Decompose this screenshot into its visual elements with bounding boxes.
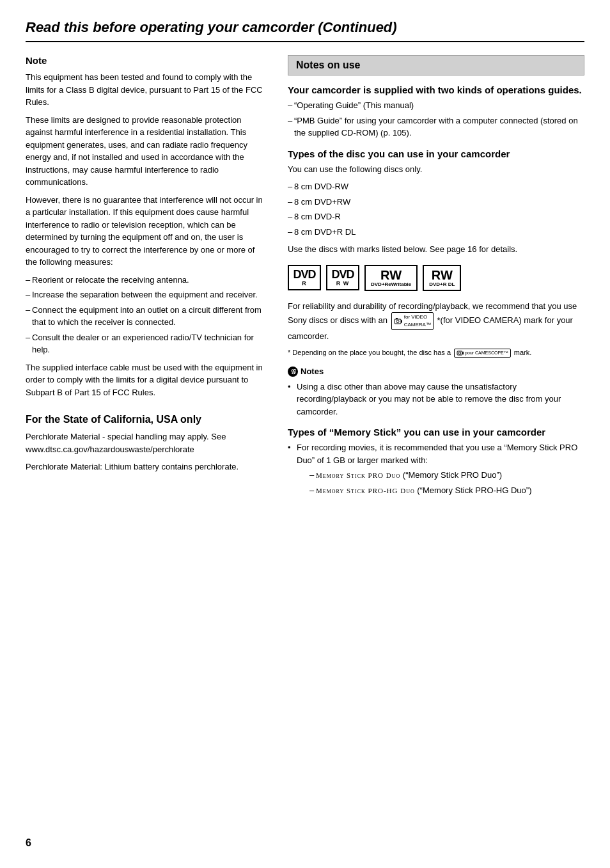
notes-box: 𝒢 Notes Using a disc other than above ma… bbox=[288, 367, 584, 418]
disc-list: 8 cm DVD-RW 8 cm DVD+RW 8 cm DVD-R 8 cm … bbox=[288, 180, 584, 238]
notes-on-use-box: Notes on use bbox=[288, 55, 584, 75]
memory-stick-items: Memory Stick PRO Duo (“Memory Stick PRO … bbox=[297, 469, 584, 496]
camcorder-guides-title: Your camcorder is supplied with two kind… bbox=[288, 84, 584, 95]
page-title: Read this before operating your camcorde… bbox=[26, 19, 584, 42]
two-column-layout: Note This equipment has been tested and … bbox=[26, 55, 584, 501]
note-para-3: However, there is no guarantee that inte… bbox=[26, 194, 269, 269]
dvd-plus-rw-logo: RW DVD+ReWritable bbox=[364, 265, 418, 291]
camera-icon-2 bbox=[457, 350, 464, 356]
disc-types-intro: You can use the following discs only. bbox=[288, 163, 584, 176]
note-para-2: These limits are designed to provide rea… bbox=[26, 114, 269, 189]
camera-icon bbox=[394, 318, 403, 325]
disc-notes-list: Using a disc other than above may cause … bbox=[288, 381, 584, 418]
camcorder-guides-list: “Operating Guide” (This manual) “PMB Gui… bbox=[288, 99, 584, 139]
note-section: Note This equipment has been tested and … bbox=[26, 55, 269, 398]
list-item: Using a disc other than above may cause … bbox=[288, 381, 584, 418]
note-bullets: Reorient or relocate the receiving anten… bbox=[26, 274, 269, 356]
svg-point-1 bbox=[396, 320, 399, 322]
dvd-plus-r-dl-logo: RW DVD+R DL bbox=[423, 265, 461, 291]
note-para-1: This equipment has been tested and found… bbox=[26, 71, 269, 109]
reliability-text: For reliability and durability of record… bbox=[288, 300, 584, 343]
note-title: Note bbox=[26, 55, 269, 66]
california-para-2: Perchlorate Material: Lithium battery co… bbox=[26, 461, 269, 473]
list-item: “Operating Guide” (This manual) bbox=[288, 99, 584, 112]
notes-header: 𝒢 Notes bbox=[288, 367, 584, 377]
svg-rect-3 bbox=[396, 318, 398, 319]
list-item: Connect the equipment into an outlet on … bbox=[26, 304, 269, 329]
list-item: 8 cm DVD+RW bbox=[288, 196, 584, 209]
asterisk-note: * Depending on the place you bought, the… bbox=[288, 348, 584, 358]
page: Read this before operating your camcorde… bbox=[0, 0, 610, 868]
list-item: Memory Stick PRO Duo (“Memory Stick PRO … bbox=[309, 469, 584, 482]
list-item: 8 cm DVD-R bbox=[288, 210, 584, 223]
california-section: For the State of California, USA only Pe… bbox=[26, 414, 269, 473]
dvd-rw-logo: DVD R W bbox=[326, 265, 359, 290]
dvd-logos: DVD R DVD R W RW DVD+ReWritable RW DVD+R… bbox=[288, 265, 584, 291]
list-item: Memory Stick PRO-HG Duo (“Memory Stick P… bbox=[309, 484, 584, 497]
page-number: 6 bbox=[26, 837, 31, 849]
notes-icon: 𝒢 bbox=[288, 367, 298, 377]
right-column: Notes on use Your camcorder is supplied … bbox=[288, 55, 584, 501]
memory-stick-label-1: Memory Stick PRO Duo bbox=[316, 471, 400, 479]
california-para-1: Perchlorate Material - special handling … bbox=[26, 430, 269, 455]
list-item: Increase the separation between the equi… bbox=[26, 288, 269, 301]
memory-stick-intro: For recording movies, it is recommended … bbox=[288, 441, 584, 496]
left-column: Note This equipment has been tested and … bbox=[26, 55, 269, 478]
list-item: “PMB Guide” for using your camcorder wit… bbox=[288, 114, 584, 139]
california-title: For the State of California, USA only bbox=[26, 414, 269, 425]
svg-point-5 bbox=[458, 352, 461, 354]
dvd-r-logo: DVD R bbox=[288, 265, 321, 290]
note-closing: The supplied interface cable must be use… bbox=[26, 361, 269, 399]
camera-mark-inline-2: pour CAMESCOPE™ bbox=[454, 349, 511, 358]
list-item: Consult the dealer or an experienced rad… bbox=[26, 331, 269, 356]
marks-text: Use the discs with marks listed below. S… bbox=[288, 243, 584, 256]
disc-types-title: Types of the disc you can use in your ca… bbox=[288, 148, 584, 159]
list-item: 8 cm DVD+R DL bbox=[288, 226, 584, 239]
memory-stick-title: Types of “Memory Stick” you can use in y… bbox=[288, 427, 584, 438]
list-item: Reorient or relocate the receiving anten… bbox=[26, 274, 269, 287]
memory-stick-label-2: Memory Stick PRO-HG Duo bbox=[316, 487, 415, 494]
camera-mark-inline: for VIDEOCAMERA™ bbox=[391, 312, 434, 330]
list-item: 8 cm DVD-RW bbox=[288, 180, 584, 193]
memory-stick-intro-list: For recording movies, it is recommended … bbox=[288, 441, 584, 496]
